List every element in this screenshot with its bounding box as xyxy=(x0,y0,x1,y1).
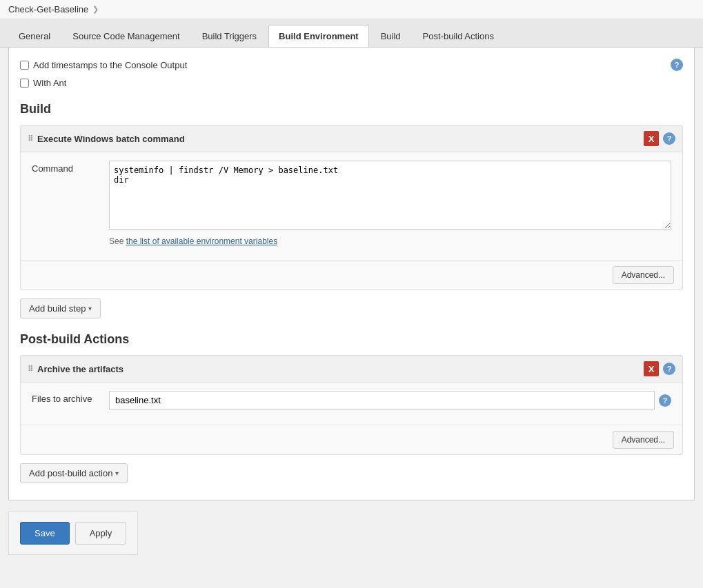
timestamps-help-icon[interactable]: ? xyxy=(671,59,683,71)
bottom-actions-bar: Save Apply xyxy=(8,511,138,555)
archive-artifacts-header-right: X ? xyxy=(644,361,675,376)
execute-batch-footer: Advanced... xyxy=(21,260,682,290)
archive-artifacts-title-text: Archive the artifacts xyxy=(37,364,123,374)
files-to-archive-input[interactable] xyxy=(109,391,655,409)
archive-artifacts-body: Files to archive ? xyxy=(21,383,682,425)
archive-artifacts-header: ⠿ Archive the artifacts X ? xyxy=(21,356,682,383)
tab-source-code[interactable]: Source Code Management xyxy=(62,25,190,47)
command-label: Command xyxy=(32,161,101,174)
files-to-archive-row: Files to archive ? xyxy=(32,391,671,409)
content-area: Add timestamps to the Console Output ? W… xyxy=(8,48,695,500)
env-vars-link[interactable]: the list of available environment variab… xyxy=(126,236,277,246)
files-to-archive-label: Files to archive xyxy=(32,391,101,404)
env-vars-note: See the list of available environment va… xyxy=(109,236,671,246)
tab-post-build[interactable]: Post-build Actions xyxy=(413,25,504,47)
execute-batch-title-text: Execute Windows batch command xyxy=(37,134,185,144)
execute-batch-help-icon[interactable]: ? xyxy=(663,132,675,145)
with-ant-label: With Ant xyxy=(33,78,66,88)
tab-general[interactable]: General xyxy=(8,25,61,47)
execute-batch-header-right: X ? xyxy=(644,131,675,146)
tab-build[interactable]: Build xyxy=(370,25,411,47)
timestamps-row: Add timestamps to the Console Output ? xyxy=(20,59,683,71)
tab-build-environment[interactable]: Build Environment xyxy=(268,25,369,47)
execute-batch-title-group: ⠿ Execute Windows batch command xyxy=(28,134,185,144)
breadcrumb-chevron: ❯ xyxy=(92,5,99,14)
apply-button[interactable]: Apply xyxy=(75,522,127,545)
add-post-build-action-button[interactable]: Add post-build action ▾ xyxy=(20,463,128,483)
tab-build-triggers[interactable]: Build Triggers xyxy=(192,25,267,47)
breadcrumb: Check-Get-Baseline ❯ xyxy=(0,0,703,19)
execute-batch-advanced-button[interactable]: Advanced... xyxy=(613,266,674,284)
add-build-step-button[interactable]: Add build step ▾ xyxy=(20,298,101,318)
timestamps-checkbox[interactable] xyxy=(20,61,29,70)
with-ant-row: With Ant xyxy=(20,78,683,88)
archive-artifacts-title-group: ⠿ Archive the artifacts xyxy=(28,364,123,374)
archive-artifacts-close-button[interactable]: X xyxy=(644,361,659,376)
execute-batch-header: ⠿ Execute Windows batch command X ? xyxy=(21,125,682,152)
with-ant-checkbox[interactable] xyxy=(20,79,29,88)
archive-artifacts-help-icon[interactable]: ? xyxy=(663,363,675,375)
add-post-build-action-label: Add post-build action xyxy=(29,468,112,478)
tabs-bar: General Source Code Management Build Tri… xyxy=(0,19,703,48)
archive-artifacts-footer: Advanced... xyxy=(21,425,682,454)
files-to-archive-field-group: ? xyxy=(109,391,671,409)
env-vars-prefix: See xyxy=(109,236,126,246)
add-post-build-action-dropdown-arrow: ▾ xyxy=(115,469,119,477)
command-field-row: Command xyxy=(32,161,671,230)
post-build-section-title: Post-build Actions xyxy=(20,332,683,347)
timestamps-label: Add timestamps to the Console Output xyxy=(33,60,187,70)
build-section-title: Build xyxy=(20,102,683,116)
command-textarea[interactable] xyxy=(109,161,671,230)
archive-drag-handle-icon: ⠿ xyxy=(28,365,33,374)
add-build-step-dropdown-arrow: ▾ xyxy=(88,305,92,312)
drag-handle-icon: ⠿ xyxy=(28,134,33,143)
breadcrumb-project[interactable]: Check-Get-Baseline xyxy=(8,4,88,14)
save-button[interactable]: Save xyxy=(20,522,70,545)
archive-artifacts-card: ⠿ Archive the artifacts X ? Files to arc… xyxy=(20,355,683,455)
archive-artifacts-advanced-button[interactable]: Advanced... xyxy=(613,431,674,449)
execute-batch-card: ⠿ Execute Windows batch command X ? Comm… xyxy=(20,125,683,290)
execute-batch-close-button[interactable]: X xyxy=(644,131,659,146)
execute-batch-body: Command See the list of available enviro… xyxy=(21,152,682,260)
files-to-archive-help-icon[interactable]: ? xyxy=(659,394,671,407)
add-build-step-label: Add build step xyxy=(29,303,86,314)
